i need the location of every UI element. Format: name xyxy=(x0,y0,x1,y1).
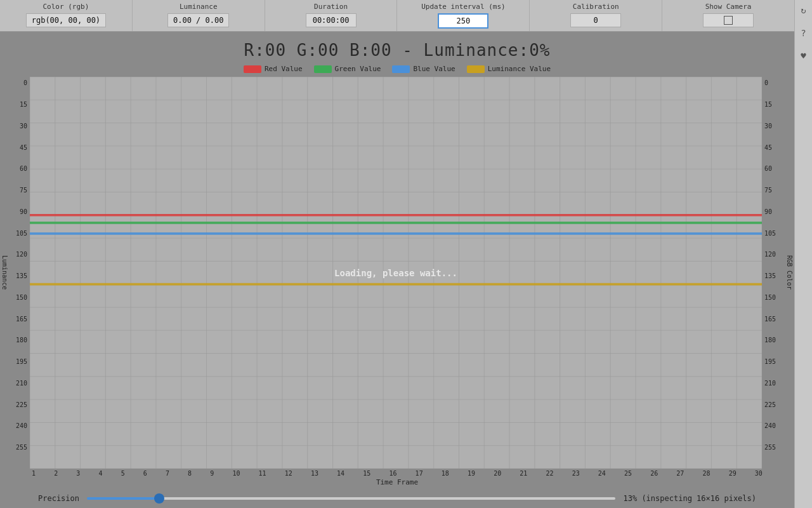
color-label: Color (rgb) xyxy=(43,3,89,11)
y-axis-right-tick: 180 xyxy=(764,337,776,344)
x-axis-tick: 3 xyxy=(76,470,80,477)
legend-color-swatch xyxy=(392,65,410,73)
x-axis-tick: 5 xyxy=(121,470,125,477)
x-axis-tick: 17 xyxy=(416,470,423,477)
duration-value: 00:00:00 xyxy=(306,13,357,27)
x-axis-tick: 27 xyxy=(676,470,684,477)
x-axis-tick: 26 xyxy=(650,470,658,477)
precision-bar: Precision 13% (inspecting 16×16 pixels) xyxy=(0,489,794,508)
left-axis-area: Luminance 255240225210195180165150135120… xyxy=(0,77,30,469)
x-axis-tick: 11 xyxy=(259,470,266,477)
legend-color-swatch xyxy=(467,65,485,73)
update-interval-value[interactable]: 250 xyxy=(438,13,488,29)
y-axis-left-tick: 135 xyxy=(16,272,27,279)
heart-icon[interactable]: ♥ xyxy=(801,51,806,61)
color-cell: Color (rgb) rgb(00, 00, 00) xyxy=(0,0,133,31)
x-axis-tick: 4 xyxy=(98,470,102,477)
sidebar: ↻ ? ♥ xyxy=(794,0,812,508)
y-axis-left-tick: 30 xyxy=(20,123,27,130)
y-axis-left-tick: 15 xyxy=(20,101,27,108)
x-axis-tick: 13 xyxy=(311,470,318,477)
y-axis-right: 2552402252101951801651501351201059075604… xyxy=(762,77,785,469)
y-axis-left-tick: 0 xyxy=(23,79,27,86)
x-axis-tick: 30 xyxy=(755,470,763,477)
show-camera-cell[interactable]: Show Camera xyxy=(662,0,794,31)
x-axis-tick: 28 xyxy=(703,470,710,477)
color-value: rgb(00, 00, 00) xyxy=(26,13,106,27)
x-axis-tick: 16 xyxy=(389,470,396,477)
y-axis-right-tick: 60 xyxy=(764,165,772,172)
luminance-cell: Luminance 0.00 / 0.00 xyxy=(133,0,265,31)
update-interval-label: Update interval (ms) xyxy=(421,3,505,11)
luminance-label: Luminance xyxy=(180,3,218,11)
chart-legend: Red ValueGreen ValueBlue ValueLuminance … xyxy=(0,65,794,73)
y-axis-right-tick: 0 xyxy=(764,79,768,86)
x-axis-tick: 18 xyxy=(442,470,449,477)
rgb-title: R:00 G:00 B:00 - Luminance:0% xyxy=(0,32,794,65)
y-axis-left-tick: 150 xyxy=(16,294,27,301)
y-axis-right-tick: 15 xyxy=(764,101,772,108)
x-axis-tick: 24 xyxy=(598,470,606,477)
y-axis-right-tick: 30 xyxy=(764,123,772,130)
refresh-icon[interactable]: ↻ xyxy=(801,5,806,15)
y-axis-left-tick: 225 xyxy=(16,401,27,408)
calibration-label: Calibration xyxy=(573,3,619,11)
x-axis-tick: 25 xyxy=(624,470,632,477)
x-axis-tick: 15 xyxy=(363,470,370,477)
x-axis-container: 1234567891011121314151617181920212223242… xyxy=(0,469,794,477)
chart-svg xyxy=(30,77,762,469)
duration-label: Duration xyxy=(314,3,348,11)
precision-label: Precision xyxy=(38,494,79,503)
x-axis-tick: 21 xyxy=(520,470,527,477)
y-axis-left-tick: 45 xyxy=(20,144,27,151)
legend-item: Green Value xyxy=(314,65,381,73)
y-axis-right-tick: 165 xyxy=(764,316,776,323)
calibration-cell[interactable]: Calibration 0 xyxy=(530,0,662,31)
legend-item-label: Green Value xyxy=(335,65,381,73)
y-axis-left-tick: 255 xyxy=(16,444,27,451)
show-camera-checkbox[interactable] xyxy=(724,16,733,25)
y-axis-right-tick: 240 xyxy=(764,422,776,429)
y-axis-right-tick: 225 xyxy=(764,401,776,408)
y-axis-right-tick: 120 xyxy=(764,251,776,258)
y-axis-right-tick: 195 xyxy=(764,358,776,365)
y-left-label: Luminance xyxy=(0,77,10,469)
x-axis-tick: 6 xyxy=(143,470,147,477)
y-axis-left-tick: 180 xyxy=(16,337,27,344)
update-interval-cell[interactable]: Update interval (ms) 250 xyxy=(397,0,530,31)
x-axis-tick: 22 xyxy=(546,470,553,477)
y-axis-left-tick: 60 xyxy=(20,165,27,172)
duration-cell: Duration 00:00:00 xyxy=(265,0,398,31)
help-icon[interactable]: ? xyxy=(801,28,806,38)
y-axis-left-tick: 90 xyxy=(20,208,27,215)
y-axis-left-tick: 120 xyxy=(16,251,27,258)
y-axis-right-tick: 105 xyxy=(764,230,776,237)
header: Color (rgb) rgb(00, 00, 00) Luminance 0.… xyxy=(0,0,794,32)
y-axis-right-tick: 210 xyxy=(764,380,776,387)
precision-value: 13% (inspecting 16×16 pixels) xyxy=(623,494,756,503)
show-camera-value[interactable] xyxy=(703,13,754,27)
legend-item-label: Red Value xyxy=(265,65,303,73)
chart-wrapper: Luminance 255240225210195180165150135120… xyxy=(0,77,794,486)
chart-area: Loading, please wait... xyxy=(30,77,762,469)
luminance-value: 0.00 / 0.00 xyxy=(167,13,229,27)
x-axis-tick: 2 xyxy=(54,470,58,477)
y-axis-left-tick: 75 xyxy=(20,187,27,194)
precision-slider[interactable] xyxy=(87,497,615,500)
x-axis-tick: 10 xyxy=(232,470,240,477)
legend-color-swatch xyxy=(314,65,332,73)
legend-item: Red Value xyxy=(244,65,303,73)
x-axis-tick: 1 xyxy=(32,470,36,477)
calibration-value[interactable]: 0 xyxy=(570,13,621,27)
y-axis-left-tick: 195 xyxy=(16,358,27,365)
right-axis-area: 2552402252101951801651501351201059075604… xyxy=(762,77,794,469)
axes-row: Luminance 255240225210195180165150135120… xyxy=(0,77,794,469)
y-axis-left-tick: 105 xyxy=(16,230,27,237)
y-axis-right-tick: 90 xyxy=(764,208,772,215)
x-axis-tick: 7 xyxy=(166,470,169,477)
x-axis-tick: 14 xyxy=(337,470,344,477)
y-axis-right-tick: 255 xyxy=(764,444,776,451)
show-camera-label: Show Camera xyxy=(705,3,752,11)
legend-item-label: Blue Value xyxy=(413,65,455,73)
y-axis-right-tick: 135 xyxy=(764,272,776,279)
